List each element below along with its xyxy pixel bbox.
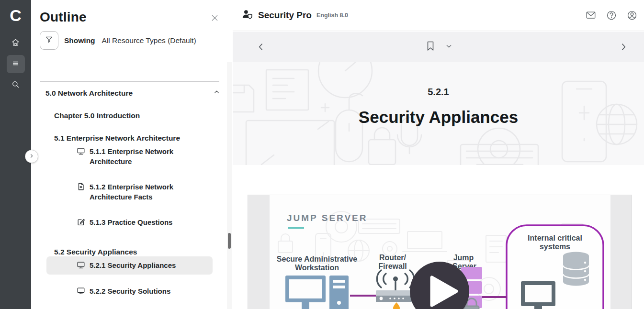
pencil-icon (77, 62, 85, 64)
outline-item-label: 5.1 Enterprise Network Architecture (54, 134, 180, 142)
outline-item[interactable]: Chapter 5.0 Introduction (31, 98, 232, 120)
outline-item-label: 5.0 Network Architecture (45, 89, 133, 98)
outline-scrollbar-track (227, 62, 232, 309)
video-thumbnail: JUMP SERVER Internal critical systems (270, 195, 610, 309)
outline-item[interactable]: 5.0 Network Architecture (31, 82, 232, 98)
home-button[interactable] (7, 34, 25, 52)
internal-label-line2: systems (540, 243, 570, 251)
document-icon (77, 182, 85, 192)
outline-scrollbar-thumb[interactable] (228, 233, 231, 249)
bookmark-button[interactable] (425, 40, 436, 52)
resource-filter-button[interactable] (40, 31, 58, 50)
outline-item-label: Chapter 5.0 Introduction (54, 111, 140, 120)
chevron-right-icon (29, 152, 34, 161)
outline-item[interactable]: 4.5.3 Practice Questions (46, 62, 213, 67)
outline-item[interactable]: 5.2 Security Appliances (31, 234, 232, 256)
outline-item-label: 5.1.2 Enterprise Network Architecture Fa… (90, 182, 185, 202)
panel-expand-button[interactable] (25, 150, 38, 163)
outline-panel-title: Outline (40, 10, 87, 25)
bookmark-icon (425, 40, 436, 52)
help-button[interactable] (606, 10, 617, 21)
chevron-up-icon[interactable] (213, 88, 220, 98)
firewall-flame-icon (393, 302, 400, 309)
search-button[interactable] (7, 76, 25, 94)
outline-item-label: 5.2 Security Appliances (54, 248, 137, 256)
app-logo[interactable]: C (0, 0, 31, 31)
router-label-line1: Router/ (379, 254, 407, 262)
outline-item[interactable]: 5.2.2 Security Solutions (46, 282, 213, 300)
hamburger-menu-icon (11, 59, 20, 70)
pencil-icon (77, 218, 85, 228)
search-icon (11, 80, 20, 91)
page-title: Security Appliances (233, 108, 644, 127)
monitor-icon (77, 287, 85, 297)
home-icon (11, 38, 20, 49)
lesson-toolbar (233, 32, 644, 62)
envelope-icon (586, 10, 596, 21)
outline-item[interactable]: 5.2.1 Security Appliances (46, 256, 213, 275)
diagram-title: JUMP SERVER (287, 213, 368, 223)
close-outline-button[interactable] (210, 13, 219, 24)
outline-panel: Outline Showing All Resource Types (Defa… (31, 0, 232, 309)
monitor-icon (77, 261, 85, 271)
filter-value-label: All Resource Types (Default) (102, 36, 196, 45)
internal-monitor-icon (521, 281, 555, 309)
user-shield-icon (241, 9, 253, 22)
workstation-label-line1: Secure Administrative (277, 255, 357, 263)
workstation-label-line2: Workstation (295, 264, 339, 272)
outline-list: 4.5.3 Practice Questions5.0 Network Arch… (31, 62, 232, 309)
workstation-group: Secure Administrative Workstation (277, 255, 357, 309)
outline-item-label: 5.2.2 Security Solutions (90, 286, 170, 296)
outline-item[interactable]: 5.1.1 Enterprise Network Architecture (46, 143, 213, 170)
product-edition: English 8.0 (316, 12, 348, 19)
help-icon (606, 10, 617, 21)
outline-item-label: 4.5.3 Practice Questions (90, 62, 172, 63)
connector-line-1 (350, 295, 376, 297)
next-lesson-button[interactable] (619, 42, 628, 54)
outline-menu-button[interactable] (7, 55, 25, 73)
router-firewall-group: Router/ Firewall (376, 254, 417, 309)
close-icon (210, 16, 219, 24)
router-label-line2: Firewall (378, 262, 407, 270)
clipped-outline-item: 4.5.3 Practice Questions (31, 62, 232, 68)
chevron-down-icon (445, 43, 452, 50)
chevron-left-icon (256, 42, 266, 52)
internal-label-line1: Internal critical (528, 234, 582, 242)
outline-item-label: 5.2.1 Security Appliances (90, 260, 176, 270)
account-button[interactable] (627, 10, 637, 21)
outline-item[interactable]: 5.1.2 Enterprise Network Architecture Fa… (46, 178, 213, 206)
monitor-icon (77, 147, 85, 157)
filter-showing-label: Showing (64, 36, 95, 45)
bookmark-menu-button[interactable] (445, 43, 452, 50)
video-player: JUMP SERVER Internal critical systems (248, 195, 632, 309)
database-icon (563, 252, 589, 286)
main-content: Security Pro English 8.0 (233, 0, 644, 309)
account-icon (627, 10, 637, 21)
product-title: Security Pro (258, 10, 312, 21)
messages-button[interactable] (586, 10, 596, 21)
filter-funnel-icon (45, 35, 54, 46)
internal-systems-group: Internal critical systems (507, 225, 603, 309)
section-number: 5.2.1 (233, 87, 644, 98)
lesson-banner: 5.2.1 Security Appliances (233, 62, 644, 165)
app-window: C Outline Showing All Resource Types (De… (0, 0, 644, 309)
course-header: Security Pro English 8.0 (233, 0, 644, 31)
title-underline (288, 227, 304, 229)
connector-line-2 (482, 296, 507, 298)
workstation-computer-icon (285, 276, 349, 309)
chevron-right-icon (619, 42, 628, 52)
outline-item-label: 5.1.3 Practice Questions (90, 217, 172, 227)
outline-item[interactable]: 5.1 Enterprise Network Architecture (31, 120, 232, 143)
outline-item[interactable]: 5.1.3 Practice Questions (46, 213, 213, 232)
previous-lesson-button[interactable] (256, 42, 266, 54)
outline-item-label: 5.1.1 Enterprise Network Architecture (90, 146, 185, 166)
jump-server-label-line1: Jump (453, 254, 474, 262)
